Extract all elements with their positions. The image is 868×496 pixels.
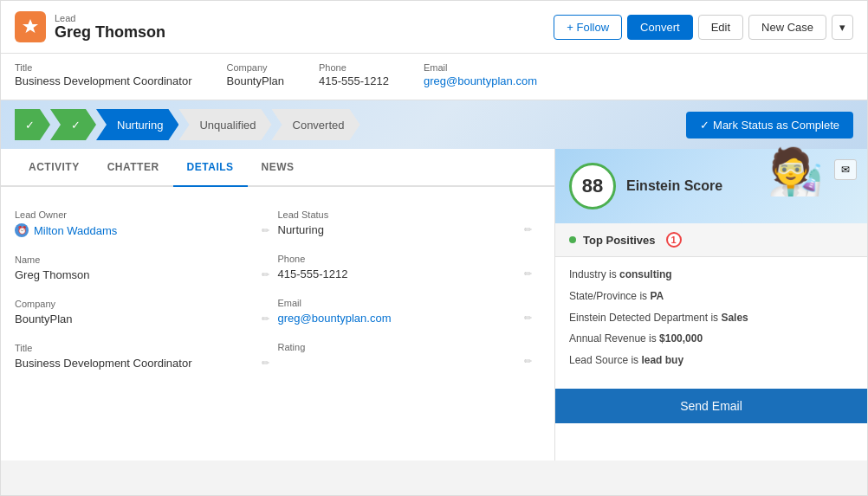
- path-step-2[interactable]: ✓: [50, 109, 96, 140]
- phone-detail-value: 415-555-1212: [278, 267, 348, 280]
- record-name: Greg Thomson: [55, 23, 165, 42]
- positive-item-2: Einstein Detected Department is Sales: [569, 311, 853, 325]
- details-left-col: Lead Owner ⏰ Milton Waddams ✏ Name: [15, 201, 278, 378]
- email-detail-row: greg@bountyplan.com ✏: [278, 312, 533, 325]
- field-email-detail: Email greg@bountyplan.com ✏: [278, 289, 541, 333]
- einstein-header: 88 Einstein Score 🧑‍🔬 ✉: [555, 149, 867, 223]
- edit-button[interactable]: Edit: [698, 15, 743, 40]
- new-case-button[interactable]: New Case: [748, 15, 826, 40]
- lead-status-value: Nurturing: [278, 223, 324, 236]
- path-steps: ✓ ✓ Nurturing Unqualified Converted: [15, 109, 686, 140]
- title-detail-value: Business Development Coordinator: [15, 357, 192, 370]
- company-detail-value: BountyPlan: [15, 312, 73, 325]
- company-label: Company: [227, 62, 285, 73]
- page-wrapper: Lead Greg Thomson + Follow Convert Edit …: [0, 0, 868, 496]
- send-email-button[interactable]: Send Email: [555, 389, 867, 423]
- positive-bold-0: consulting: [619, 268, 672, 280]
- tab-activity[interactable]: ACTIVITY: [15, 149, 94, 187]
- positive-item-0: Industry is consulting: [569, 267, 853, 282]
- lead-owner-edit[interactable]: ✏: [262, 225, 269, 236]
- phone-label: Phone: [319, 62, 389, 73]
- positives-header: Top Positives 1: [555, 223, 867, 257]
- main-content: ACTIVITY CHATTER DETAILS NEWS: [1, 149, 867, 461]
- record-type: Lead: [55, 13, 165, 23]
- einstein-panel: 88 Einstein Score 🧑‍🔬 ✉ Top Positives 1 …: [555, 149, 867, 461]
- dropdown-button[interactable]: ▾: [832, 15, 853, 40]
- positive-prefix-2: Einstein Detected Department is: [569, 312, 718, 324]
- phone-detail-label: Phone: [278, 254, 533, 264]
- email-label: Email: [424, 62, 537, 73]
- einstein-score-badge: 88: [569, 163, 616, 209]
- field-lead-status: Lead Status Nurturing ✏: [278, 201, 541, 245]
- email-icon-button[interactable]: ✉: [834, 159, 857, 180]
- company-detail-label: Company: [15, 299, 269, 309]
- einstein-title: Einstein Score: [626, 178, 722, 194]
- positive-bold-4: lead buy: [641, 354, 683, 366]
- details-right-col: Lead Status Nurturing ✏ Phone 415-555-12…: [278, 201, 541, 378]
- convert-button[interactable]: Convert: [627, 15, 693, 40]
- tab-details[interactable]: DETAILS: [173, 149, 248, 187]
- record-header: Lead Greg Thomson + Follow Convert Edit …: [1, 1, 867, 54]
- mark-complete-button[interactable]: ✓ Mark Status as Complete: [686, 112, 853, 138]
- phone-value: 415-555-1212: [319, 74, 389, 87]
- path-step-unqualified[interactable]: Unqualified: [178, 109, 271, 140]
- rating-row: ✏: [278, 356, 533, 367]
- title-row: Business Development Coordinator ✏: [15, 357, 269, 370]
- email-detail-value[interactable]: greg@bountyplan.com: [278, 312, 392, 325]
- rating-label: Rating: [278, 342, 533, 352]
- lead-status-row: Nurturing ✏: [278, 223, 533, 236]
- title-detail-label: Title: [15, 343, 269, 353]
- lead-owner-link[interactable]: Milton Waddams: [34, 224, 117, 237]
- check-1: ✓: [25, 119, 35, 132]
- name-label: Name: [15, 254, 269, 265]
- lead-icon: [15, 11, 46, 42]
- info-email: Email greg@bountyplan.com: [424, 62, 537, 87]
- record-header-left: Lead Greg Thomson: [15, 11, 165, 42]
- record-identity: Lead Greg Thomson: [55, 13, 165, 42]
- email-edit[interactable]: ✏: [524, 312, 532, 324]
- tab-chatter[interactable]: CHATTER: [94, 149, 173, 187]
- positive-item-3: Annual Revenue is $100,000: [569, 332, 853, 346]
- field-phone-detail: Phone 415-555-1212 ✏: [278, 245, 541, 289]
- lead-status-label: Lead Status: [278, 209, 533, 220]
- positive-bold-3: $100,000: [659, 332, 703, 345]
- company-edit[interactable]: ✏: [262, 313, 269, 325]
- nurturing-label: Nurturing: [117, 119, 163, 132]
- company-row: BountyPlan ✏: [15, 312, 269, 325]
- title-value: Business Development Coordinator: [15, 74, 192, 87]
- name-edit[interactable]: ✏: [262, 269, 269, 280]
- field-name: Name Greg Thomson ✏: [15, 246, 278, 290]
- path-step-nurturing[interactable]: Nurturing: [96, 109, 178, 140]
- email-value[interactable]: greg@bountyplan.com: [424, 74, 537, 87]
- title-edit[interactable]: ✏: [262, 358, 269, 369]
- tab-news[interactable]: NEWS: [248, 149, 308, 187]
- phone-edit[interactable]: ✏: [524, 268, 532, 280]
- info-company: Company BountyPlan: [227, 62, 285, 87]
- name-row: Greg Thomson ✏: [15, 268, 269, 281]
- follow-button[interactable]: + Follow: [554, 15, 622, 40]
- rating-edit[interactable]: ✏: [524, 356, 532, 367]
- field-rating: Rating ✏: [278, 333, 541, 376]
- positive-item-1: State/Province is PA: [569, 289, 853, 304]
- positive-bold-1: PA: [650, 290, 664, 302]
- title-label: Title: [15, 62, 192, 73]
- check-2: ✓: [71, 119, 81, 132]
- lead-owner-row: ⏰ Milton Waddams ✏: [15, 223, 269, 237]
- status-bar: ✓ ✓ Nurturing Unqualified Converted ✓ Ma…: [1, 100, 867, 149]
- positive-prefix-3: Annual Revenue is: [569, 332, 657, 345]
- field-company: Company BountyPlan ✏: [15, 290, 278, 334]
- positives-badge: 1: [666, 232, 682, 248]
- lead-status-edit[interactable]: ✏: [524, 224, 532, 235]
- details-content: Lead Owner ⏰ Milton Waddams ✏ Name: [1, 187, 554, 392]
- green-dot-icon: [569, 236, 576, 243]
- phone-detail-row: 415-555-1212 ✏: [278, 267, 533, 280]
- positives-list: Industry is consulting State/Province is…: [555, 257, 867, 385]
- lead-owner-label: Lead Owner: [15, 209, 269, 220]
- field-lead-owner: Lead Owner ⏰ Milton Waddams ✏: [15, 201, 278, 246]
- lead-owner-value: ⏰ Milton Waddams: [15, 223, 117, 237]
- unqualified-label: Unqualified: [199, 119, 256, 132]
- path-step-1[interactable]: ✓: [15, 109, 50, 140]
- path-step-converted[interactable]: Converted: [272, 109, 360, 140]
- record-info: Title Business Development Coordinator C…: [1, 54, 867, 100]
- left-panel: ACTIVITY CHATTER DETAILS NEWS: [1, 149, 555, 461]
